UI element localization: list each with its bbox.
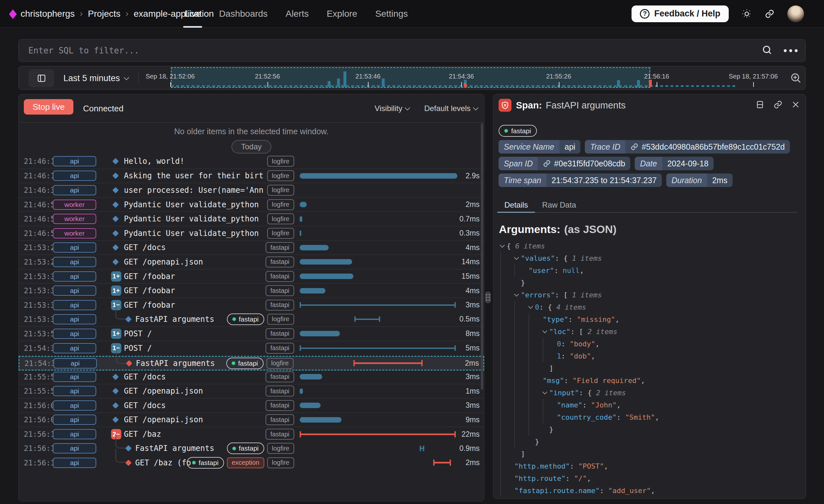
children-count-badge[interactable]: 1+ bbox=[111, 271, 121, 282]
span-message[interactable]: GET /baz (fo bbox=[135, 456, 191, 470]
service-tag-api[interactable]: api bbox=[53, 386, 96, 396]
copy-link-icon[interactable] bbox=[774, 100, 783, 110]
span-message[interactable]: GET /openapi.json bbox=[124, 413, 203, 427]
service-tag-api[interactable]: api bbox=[53, 400, 96, 411]
span-message[interactable]: GET /docs bbox=[124, 398, 166, 413]
sidebar-toggle-icon[interactable] bbox=[29, 69, 54, 87]
trace-row[interactable]: 21:55:58apiGET /docsfastapi3ms bbox=[19, 370, 484, 384]
user-avatar[interactable] bbox=[787, 5, 804, 22]
collapse-chevron-icon[interactable] bbox=[500, 240, 507, 252]
breadcrumb-item[interactable]: christophergs bbox=[21, 9, 75, 19]
span-message[interactable]: GET /foobar bbox=[124, 284, 175, 298]
span-message[interactable]: GET /baz bbox=[124, 427, 161, 441]
span-message[interactable]: GET /docs bbox=[124, 370, 166, 384]
json-tree[interactable]: { 6 items"values": { 1 items"user": null… bbox=[494, 240, 803, 497]
span-message[interactable]: Asking the user for their birt bbox=[124, 169, 263, 183]
default-levels-dropdown[interactable]: Default levels bbox=[424, 104, 478, 113]
trace-row[interactable]: 21:53:33api1+GET /foobarfastapi15ms bbox=[19, 269, 484, 284]
logfire-logo-icon[interactable] bbox=[9, 9, 17, 20]
service-tag-api[interactable]: api bbox=[53, 286, 96, 296]
service-tag-api[interactable]: api bbox=[53, 171, 96, 181]
service-tag-api[interactable]: api bbox=[53, 257, 96, 267]
panel-resize-handle[interactable] bbox=[485, 292, 491, 303]
span-message[interactable]: Hello, world! bbox=[124, 154, 185, 169]
trace-row[interactable]: 21:54:37apiFastAPI argumentsfastapilogfi… bbox=[19, 356, 484, 371]
span-message[interactable]: user processed: User(name='Ann bbox=[124, 183, 263, 197]
span-message[interactable]: Pydantic User validate_python bbox=[124, 226, 259, 240]
service-tag-api[interactable]: api bbox=[53, 414, 96, 425]
split-panel-icon[interactable] bbox=[755, 100, 764, 110]
span-message[interactable]: GET /foobar bbox=[124, 298, 175, 312]
trace-row[interactable]: 21:56:13apiGET /baz (fofastapiexceptionl… bbox=[19, 456, 484, 470]
timeline-track[interactable]: Sep 18, 21:52:0621:52:5621:53:4621:54:36… bbox=[143, 66, 792, 90]
zoom-in-icon[interactable] bbox=[789, 72, 802, 85]
span-message[interactable]: GET /openapi.json bbox=[124, 384, 203, 398]
today-button[interactable]: Today bbox=[231, 140, 271, 154]
attribute-pill-trace-id[interactable]: Trace ID#53ddc40980a86b57bfe89c1cc01c752… bbox=[585, 140, 790, 154]
nav-tab-live[interactable]: Live bbox=[176, 0, 210, 28]
service-tag-api[interactable]: api bbox=[53, 343, 96, 354]
nav-tab-dashboards[interactable]: Dashboards bbox=[210, 0, 277, 28]
trace-row[interactable]: 21:54:37api1−POST /fastapi5ms bbox=[19, 341, 484, 355]
service-tag-api[interactable]: api bbox=[53, 372, 96, 382]
trace-row[interactable]: 21:56:13api2−GET /bazfastapi22ms bbox=[19, 427, 484, 441]
service-tag-api[interactable]: api bbox=[53, 300, 96, 310]
collapse-chevron-icon[interactable] bbox=[514, 289, 521, 301]
span-message[interactable]: GET /foobar bbox=[124, 269, 175, 284]
trace-row[interactable]: 21:56:09apiGET /openapi.jsonfastapi9ms bbox=[19, 413, 484, 427]
trace-row[interactable]: 21:53:35apiFastAPI argumentsfastapilogfi… bbox=[19, 312, 484, 327]
service-tag-api[interactable]: api bbox=[53, 443, 96, 453]
children-count-badge[interactable]: 1+ bbox=[111, 329, 121, 339]
service-tag-api[interactable]: api bbox=[53, 185, 96, 195]
trace-row[interactable]: 21:53:35api1+GET /foobarfastapi4ms bbox=[19, 283, 484, 298]
trace-row[interactable]: 21:55:58apiGET /openapi.jsonfastapi1ms bbox=[19, 384, 484, 398]
feedback-help-button[interactable]: Feedback / Help bbox=[631, 5, 729, 22]
time-range-dropdown[interactable]: Last 5 minutes bbox=[64, 66, 129, 90]
share-link-icon[interactable] bbox=[765, 9, 775, 19]
span-message[interactable]: FastAPI arguments bbox=[135, 441, 214, 456]
span-message[interactable]: GET /openapi.json bbox=[124, 255, 203, 269]
service-tag-worker[interactable]: worker bbox=[53, 228, 96, 238]
nav-tab-settings[interactable]: Settings bbox=[366, 0, 417, 28]
collapse-chevron-icon[interactable] bbox=[543, 387, 549, 399]
trace-row[interactable]: 21:56:13apiFastAPI argumentsfastapilogfi… bbox=[19, 441, 484, 456]
trace-row[interactable]: 21:46:33apiuser processed: User(name='An… bbox=[19, 183, 484, 197]
close-icon[interactable] bbox=[792, 100, 800, 110]
attribute-pill-span-id[interactable]: Span ID#0e31f5fd70e08cdb bbox=[499, 157, 630, 170]
collapse-chevron-icon[interactable] bbox=[514, 252, 521, 264]
theme-toggle-icon[interactable] bbox=[742, 9, 752, 19]
nav-tab-alerts[interactable]: Alerts bbox=[277, 0, 318, 28]
service-tag-api[interactable]: api bbox=[53, 329, 96, 339]
trace-row[interactable]: 21:53:35api1−GET /foobarfastapi3ms bbox=[19, 298, 484, 312]
span-message[interactable]: POST / bbox=[124, 327, 152, 341]
collapse-chevron-icon[interactable] bbox=[528, 301, 535, 313]
trace-row[interactable]: 21:46:19apiAsking the user for their bir… bbox=[19, 169, 484, 183]
span-message[interactable]: GET /docs bbox=[124, 241, 166, 255]
trace-row[interactable]: 21:46:55workerPydantic User validate_pyt… bbox=[19, 197, 484, 212]
span-message[interactable]: FastAPI arguments bbox=[136, 357, 215, 370]
more-options-icon[interactable] bbox=[784, 49, 798, 52]
timeline-selection[interactable] bbox=[171, 67, 650, 88]
service-tag-worker[interactable]: worker bbox=[53, 200, 96, 210]
trace-row[interactable]: 21:46:19apiHello, world!logfire bbox=[19, 154, 484, 169]
service-tag-api[interactable]: api bbox=[54, 358, 97, 369]
collapse-chevron-icon[interactable] bbox=[543, 325, 549, 337]
trace-row[interactable]: 21:56:09apiGET /docsfastapi3ms bbox=[19, 398, 484, 413]
search-icon[interactable] bbox=[761, 44, 773, 57]
detail-tab-raw-data[interactable]: Raw Data bbox=[535, 198, 583, 212]
service-tag-api[interactable]: api bbox=[53, 271, 96, 282]
stop-live-button[interactable]: Stop live bbox=[24, 99, 73, 115]
sql-filter-input[interactable]: Enter SQL to filter... bbox=[18, 39, 806, 62]
span-message[interactable]: Pydantic User validate_python bbox=[124, 198, 259, 212]
visibility-dropdown[interactable]: Visibility bbox=[375, 104, 410, 113]
span-message[interactable]: FastAPI arguments bbox=[135, 312, 214, 327]
nav-tab-explore[interactable]: Explore bbox=[318, 0, 366, 28]
trace-row[interactable]: 21:53:28apiGET /openapi.jsonfastapi14ms bbox=[19, 255, 484, 269]
service-tag-api[interactable]: api bbox=[53, 429, 96, 439]
trace-row[interactable]: 21:53:28apiGET /docsfastapi4ms bbox=[19, 240, 484, 255]
service-tag-worker[interactable]: worker bbox=[53, 214, 96, 224]
trace-row[interactable]: 21:46:55workerPydantic User validate_pyt… bbox=[19, 211, 484, 226]
service-tag-api[interactable]: api bbox=[53, 458, 96, 468]
service-tag-api[interactable]: api bbox=[53, 156, 96, 167]
trace-row[interactable]: 21:46:55workerPydantic User validate_pyt… bbox=[19, 226, 484, 240]
